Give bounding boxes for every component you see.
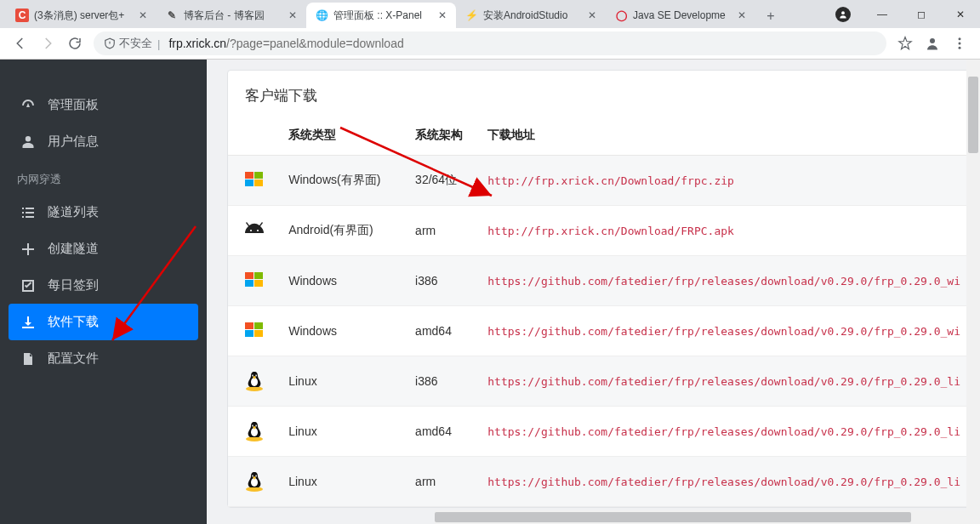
tab-close-icon[interactable]: ✕ bbox=[436, 9, 449, 22]
sidebar-item-user[interactable]: 用户信息 bbox=[0, 123, 207, 160]
page-viewport: 管理面板用户信息内网穿透隧道列表创建隧道每日签到软件下载配置文件 客户端下载 系… bbox=[0, 60, 980, 524]
window-maximize-button[interactable]: ◻ bbox=[902, 0, 941, 28]
nav-reload-button[interactable] bbox=[61, 30, 88, 57]
windows-icon bbox=[243, 169, 265, 191]
tab-close-icon[interactable]: ✕ bbox=[735, 9, 749, 22]
vertical-scrollbar[interactable] bbox=[966, 60, 980, 524]
table-row: Windows(有界面) 32/64位 http://frp.xrick.cn/… bbox=[228, 156, 969, 206]
browser-tab[interactable]: ◯Java SE Developme✕ bbox=[606, 3, 755, 28]
tab-close-icon[interactable]: ✕ bbox=[585, 9, 599, 22]
cell-system: Windows bbox=[280, 306, 407, 356]
cell-system: Linux bbox=[280, 407, 407, 457]
svg-point-16 bbox=[959, 47, 961, 49]
download-card: 客户端下载 系统类型 系统架构 下载地址 Windows(有界面) 32/64位… bbox=[227, 70, 970, 508]
horizontal-scrollbar[interactable] bbox=[435, 510, 966, 524]
tab-title: (3条消息) server包+ bbox=[34, 9, 133, 23]
tab-title: 博客后台 - 博客园 bbox=[184, 9, 282, 23]
browser-tab[interactable]: C(3条消息) server包+✕ bbox=[7, 3, 157, 28]
bookmark-button[interactable] bbox=[892, 30, 919, 57]
sidebar-item-label: 配置文件 bbox=[48, 350, 99, 367]
omnibox[interactable]: 不安全 | frp.xrick.cn/?page=panel&module=do… bbox=[94, 31, 886, 55]
browser-menu-button[interactable] bbox=[946, 30, 973, 57]
cell-system: Linux bbox=[280, 356, 407, 407]
svg-point-12 bbox=[841, 11, 845, 14]
tab-close-icon[interactable]: ✕ bbox=[136, 9, 150, 22]
table-row: Windows i386 https://github.com/fatedier… bbox=[228, 256, 969, 306]
cell-system: Android(有界面) bbox=[280, 206, 407, 256]
security-indicator: 不安全 | bbox=[104, 36, 163, 51]
nav-forward-button[interactable] bbox=[34, 30, 61, 57]
table-row: Windows amd64 https://github.com/fatedie… bbox=[228, 306, 969, 356]
sidebar-item-list[interactable]: 隧道列表 bbox=[0, 194, 207, 231]
window-minimize-button[interactable]: — bbox=[863, 0, 902, 28]
browser-tab[interactable]: ✎博客后台 - 博客园✕ bbox=[157, 3, 306, 28]
cell-arch: amd64 bbox=[407, 407, 479, 457]
tab-favicon: C bbox=[15, 9, 29, 22]
cell-arch: i386 bbox=[407, 256, 479, 306]
sidebar-item-download[interactable]: 软件下载 bbox=[9, 304, 198, 340]
sidebar-item-dashboard[interactable]: 管理面板 bbox=[0, 87, 207, 123]
android-icon bbox=[243, 219, 265, 242]
download-link[interactable]: https://github.com/fatedier/frp/releases… bbox=[479, 356, 969, 407]
user-badge-icon[interactable] bbox=[835, 7, 851, 22]
window-close-button[interactable]: ✕ bbox=[941, 0, 980, 28]
new-tab-button[interactable]: + bbox=[759, 4, 783, 28]
download-icon bbox=[20, 315, 36, 330]
browser-tabstrip: C(3条消息) server包+✕✎博客后台 - 博客园✕🌐管理面板 :: X-… bbox=[0, 0, 980, 28]
tab-title: 安装AndroidStudio bbox=[483, 9, 582, 23]
windows-icon bbox=[243, 270, 265, 292]
browser-tab[interactable]: 🌐管理面板 :: X-Panel✕ bbox=[306, 3, 456, 28]
sidebar-item-label: 每日签到 bbox=[48, 277, 99, 293]
sidebar-item-check[interactable]: 每日签到 bbox=[0, 267, 207, 304]
profile-badge[interactable] bbox=[919, 30, 946, 57]
sidebar-item-label: 隧道列表 bbox=[48, 204, 99, 220]
nav-back-button[interactable] bbox=[7, 30, 34, 57]
content-area: 客户端下载 系统类型 系统架构 下载地址 Windows(有界面) 32/64位… bbox=[207, 60, 980, 524]
file-icon bbox=[20, 351, 36, 367]
download-link[interactable]: https://github.com/fatedier/frp/releases… bbox=[479, 256, 969, 306]
svg-point-13 bbox=[930, 38, 935, 43]
url-host: frp.xrick.cn bbox=[168, 37, 226, 50]
browser-tab[interactable]: ⚡安装AndroidStudio✕ bbox=[456, 3, 606, 28]
table-row: Linux amd64 https://github.com/fatedier/… bbox=[228, 407, 969, 457]
cell-system: Linux bbox=[280, 457, 407, 507]
col-system: 系统类型 bbox=[280, 117, 407, 156]
cell-arch: arm bbox=[407, 206, 479, 256]
svg-point-14 bbox=[959, 37, 961, 40]
table-row: Linux i386 https://github.com/fatedier/f… bbox=[228, 356, 969, 407]
browser-addressbar: 不安全 | frp.xrick.cn/?page=panel&module=do… bbox=[0, 28, 980, 60]
sidebar-item-label: 用户信息 bbox=[48, 134, 99, 150]
download-link[interactable]: https://github.com/fatedier/frp/releases… bbox=[479, 306, 969, 356]
linux-icon bbox=[243, 470, 265, 493]
tab-close-icon[interactable]: ✕ bbox=[286, 9, 299, 22]
tab-favicon: ◯ bbox=[614, 9, 628, 22]
list-icon bbox=[20, 205, 36, 220]
window-controls: — ◻ ✕ bbox=[823, 0, 980, 28]
tab-title: 管理面板 :: X-Panel bbox=[333, 9, 432, 23]
download-link[interactable]: https://github.com/fatedier/frp/releases… bbox=[479, 407, 969, 457]
tab-title: Java SE Developme bbox=[633, 9, 732, 21]
plus-icon bbox=[20, 242, 36, 257]
download-table: 系统类型 系统架构 下载地址 Windows(有界面) 32/64位 http:… bbox=[228, 117, 969, 507]
tab-favicon: ✎ bbox=[165, 9, 179, 22]
cell-arch: 32/64位 bbox=[407, 156, 479, 206]
security-label: 不安全 bbox=[119, 36, 152, 51]
download-link[interactable]: http://frp.xrick.cn/Download/FRPC.apk bbox=[479, 206, 969, 256]
linux-icon bbox=[243, 420, 265, 442]
sidebar-item-file[interactable]: 配置文件 bbox=[0, 340, 207, 377]
svg-point-15 bbox=[959, 43, 961, 45]
url-path: /?page=panel&module=download bbox=[226, 37, 404, 50]
cell-system: Windows bbox=[280, 256, 407, 306]
linux-icon bbox=[243, 370, 265, 392]
card-title: 客户端下载 bbox=[228, 71, 969, 117]
sidebar-item-label: 管理面板 bbox=[48, 97, 99, 113]
download-link[interactable]: http://frp.xrick.cn/Download/frpc.zip bbox=[479, 156, 969, 206]
download-link[interactable]: https://github.com/fatedier/frp/releases… bbox=[479, 457, 969, 507]
table-row: Android(有界面) arm http://frp.xrick.cn/Dow… bbox=[228, 206, 969, 256]
cell-arch: i386 bbox=[407, 356, 479, 407]
tab-favicon: 🌐 bbox=[315, 9, 328, 22]
col-arch: 系统架构 bbox=[407, 117, 479, 156]
windows-icon bbox=[243, 320, 265, 342]
sidebar-item-plus[interactable]: 创建隧道 bbox=[0, 231, 207, 267]
dashboard-icon bbox=[20, 98, 36, 113]
